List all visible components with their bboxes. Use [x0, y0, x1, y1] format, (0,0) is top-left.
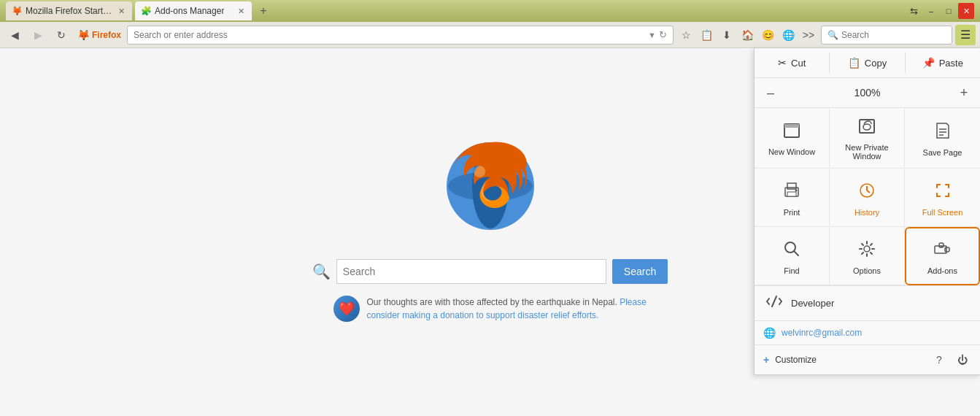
paste-label: Paste	[939, 58, 963, 69]
tab-start-close[interactable]: ✕	[116, 6, 126, 16]
options-icon	[858, 240, 876, 262]
menu-item-full-screen[interactable]: Full Screen	[905, 169, 980, 227]
svg-point-3	[474, 166, 485, 177]
maximize-button[interactable]: □	[941, 3, 957, 19]
add-ons-icon	[933, 240, 952, 262]
menu-item-history[interactable]: History	[830, 169, 905, 227]
menu-item-save-page[interactable]: Save Page	[905, 108, 980, 169]
developer-label: Developer	[791, 298, 834, 309]
reload-button[interactable]: ↻	[51, 25, 72, 45]
forward-button[interactable]: ▶	[28, 25, 48, 45]
find-icon	[783, 240, 800, 262]
minimize-button[interactable]: –	[923, 3, 939, 19]
developer-row[interactable]: Developer	[755, 286, 980, 321]
page-search-icon: 🔍	[312, 263, 331, 280]
overflow-icon[interactable]: >>	[799, 26, 818, 45]
customize-row: + Customize ? ⏻	[755, 345, 980, 374]
history-label: History	[854, 208, 879, 217]
search-input[interactable]	[841, 30, 946, 40]
svg-point-14	[795, 189, 798, 191]
svg-rect-5	[784, 124, 799, 128]
tab-addons-icon: 🧩	[141, 6, 152, 16]
power-button[interactable]: ⏻	[954, 351, 971, 369]
full-screen-label: Full Screen	[922, 208, 963, 217]
svg-rect-12	[787, 192, 796, 196]
main-content: 🔍 Search ❤️ Our thoughts are with those …	[0, 48, 980, 416]
zoom-value: 100%	[787, 87, 948, 99]
nepal-icon: ❤️	[333, 296, 360, 322]
nav-bar: ◀ ▶ ↻ 🦊 Firefox ▼ ↻ ☆ 📋 ⬇ 🏠 😊 🌐 >> 🔍 ☰	[0, 22, 980, 48]
address-bar[interactable]: ▼ ↻	[127, 26, 674, 45]
paste-button[interactable]: 📌 Paste	[906, 53, 980, 73]
cut-icon: ✂	[778, 57, 787, 69]
svg-line-17	[867, 190, 870, 193]
menu-item-print[interactable]: Print	[755, 169, 830, 227]
address-input[interactable]	[134, 30, 645, 40]
restore-button[interactable]: ⇆	[906, 3, 922, 19]
private-window-label: New Private Window	[836, 143, 898, 161]
customize-label[interactable]: Customize	[775, 355, 925, 365]
developer-icon	[766, 293, 782, 313]
menu-item-add-ons[interactable]: Add-ons	[905, 227, 980, 285]
add-ons-label: Add-ons	[927, 266, 957, 275]
zoom-out-button[interactable]: –	[760, 82, 781, 103]
menu-item-private-window[interactable]: New Private Window	[830, 108, 905, 169]
paste-icon: 📌	[922, 57, 935, 69]
tab-addons-label: Add-ons Manager	[155, 6, 224, 16]
nepal-text: Our thoughts are with those affected by …	[367, 296, 647, 322]
pocket-icon[interactable]: 😊	[758, 26, 777, 45]
home-icon[interactable]: 🏠	[738, 26, 757, 45]
menu-item-find[interactable]: Find	[755, 227, 830, 285]
print-label: Print	[784, 208, 800, 217]
search-bar[interactable]: 🔍	[821, 26, 952, 45]
cut-button[interactable]: ✂ Cut	[755, 53, 830, 73]
download-icon[interactable]: ⬇	[717, 26, 736, 45]
zoom-row: – 100% +	[755, 78, 980, 108]
page-search-button[interactable]: Search	[612, 259, 668, 284]
svg-line-25	[772, 296, 776, 307]
save-page-icon	[935, 122, 951, 144]
tab-addons[interactable]: 🧩 Add-ons Manager ✕	[135, 1, 252, 20]
close-button[interactable]: ✕	[958, 3, 974, 19]
account-row[interactable]: 🌐 welvinrc@gmail.com	[755, 321, 980, 345]
help-button[interactable]: ?	[930, 351, 948, 369]
firefox-brand: 🦊 Firefox	[74, 29, 124, 41]
firefox-account-icon[interactable]: 🌐	[779, 26, 798, 45]
nepal-message: ❤️ Our thoughts are with those affected …	[333, 296, 647, 322]
svg-line-19	[794, 251, 798, 255]
title-bar: 🦊 Mozilla Firefox Start Page ✕ 🧩 Add-ons…	[0, 0, 980, 22]
dropdown-icon[interactable]: ▼	[648, 31, 656, 39]
options-label: Options	[853, 266, 881, 275]
page-search-input[interactable]	[336, 259, 606, 284]
find-label: Find	[784, 266, 799, 275]
menu-grid: New Window New Private Window	[755, 108, 980, 286]
copy-label: Copy	[865, 58, 887, 69]
refresh-icon[interactable]: ↻	[659, 29, 667, 40]
menu-item-options[interactable]: Options	[830, 227, 905, 285]
new-tab-button[interactable]: +	[255, 2, 272, 20]
menu-item-new-window[interactable]: New Window	[755, 108, 830, 169]
edit-row: ✂ Cut 📋 Copy 📌 Paste	[755, 48, 980, 78]
private-window-icon	[858, 118, 876, 139]
print-icon	[782, 182, 801, 204]
save-page-label: Save Page	[923, 148, 962, 157]
copy-icon: 📋	[848, 57, 860, 69]
history-icon	[858, 182, 876, 204]
tab-start[interactable]: 🦊 Mozilla Firefox Start Page ✕	[6, 1, 132, 20]
zoom-in-button[interactable]: +	[954, 82, 974, 103]
full-screen-icon	[934, 182, 952, 204]
tab-addons-close[interactable]: ✕	[236, 6, 246, 16]
copy-button[interactable]: 📋 Copy	[830, 53, 905, 73]
customize-plus-icon: +	[763, 354, 769, 366]
back-button[interactable]: ◀	[4, 25, 25, 45]
firefox-logo-large	[432, 128, 549, 244]
customize-action-buttons: ? ⏻	[930, 351, 971, 369]
firefox-icon: 🦊	[77, 29, 90, 41]
svg-point-7	[863, 124, 871, 130]
cut-label: Cut	[791, 58, 806, 69]
search-icon: 🔍	[827, 30, 838, 40]
account-icon: 🌐	[763, 327, 776, 339]
bookmark-star-icon[interactable]: ☆	[676, 26, 695, 45]
bookmarks-icon[interactable]: 📋	[697, 26, 716, 45]
menu-button[interactable]: ☰	[955, 25, 976, 45]
